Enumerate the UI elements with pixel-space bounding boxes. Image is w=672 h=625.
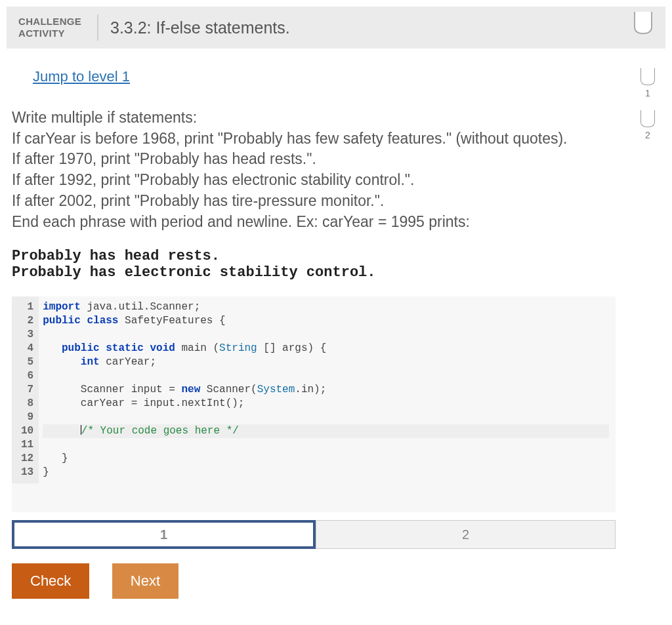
code-line[interactable]: carYear = input.nextInt(); (43, 397, 609, 411)
challenge-label: CHALLENGE ACTIVITY (18, 16, 97, 39)
next-button[interactable]: Next (112, 563, 178, 599)
pager-step[interactable]: 2 (316, 520, 616, 549)
sample-output: Probably has head rests. Probably has el… (12, 248, 616, 281)
activity-title: 3.3.2: If-else statements. (110, 18, 290, 37)
step-pager: 12 (12, 520, 616, 549)
challenge-header: CHALLENGE ACTIVITY 3.3.2: If-else statem… (7, 7, 665, 49)
line-number: 3 (21, 328, 33, 342)
code-line[interactable]: } (43, 452, 609, 466)
progress-shield[interactable]: 2 (635, 110, 660, 140)
progress-shield-number: 1 (635, 88, 660, 98)
line-number: 13 (21, 466, 33, 479)
check-button[interactable]: Check (12, 563, 89, 599)
code-line[interactable]: /* Your code goes here */ (43, 424, 609, 438)
challenge-label-line1: CHALLENGE (18, 16, 81, 27)
code-line[interactable]: int carYear; (43, 355, 609, 369)
line-number: 5 (21, 355, 33, 369)
code-line[interactable]: import java.util.Scanner; (43, 300, 609, 314)
code-line[interactable]: } (43, 466, 609, 479)
line-number: 10 (21, 424, 33, 438)
line-number: 2 (21, 314, 33, 328)
code-line[interactable] (43, 369, 609, 383)
code-line[interactable] (43, 328, 609, 342)
line-number: 11 (21, 438, 33, 452)
line-number-gutter: 12345678910111213 (12, 296, 39, 483)
progress-shields: 12 (635, 68, 660, 599)
vertical-separator (97, 14, 98, 41)
pocket-icon (634, 12, 652, 34)
line-number: 12 (21, 452, 33, 466)
shield-icon (640, 110, 655, 127)
line-number: 6 (21, 369, 33, 383)
code-line[interactable]: public class SafetyFeatures { (43, 314, 609, 328)
challenge-label-line2: ACTIVITY (18, 28, 65, 39)
code-area[interactable]: import java.util.Scanner;public class Sa… (39, 296, 616, 483)
line-number: 4 (21, 342, 33, 355)
code-line[interactable]: Scanner input = new Scanner(System.in); (43, 383, 609, 397)
code-editor[interactable]: 12345678910111213 import java.util.Scann… (12, 296, 616, 483)
code-line[interactable]: public static void main (String [] args)… (43, 342, 609, 355)
line-number: 1 (21, 300, 33, 314)
code-line[interactable] (43, 411, 609, 424)
pager-step-active[interactable]: 1 (12, 520, 316, 549)
shield-icon (640, 68, 655, 85)
instructions-text: Write multiple if statements:If carYear … (12, 108, 616, 232)
line-number: 7 (21, 383, 33, 397)
line-number: 9 (21, 411, 33, 424)
progress-shield[interactable]: 1 (635, 68, 660, 98)
jump-to-level-link[interactable]: Jump to level 1 (33, 68, 616, 85)
line-number: 8 (21, 397, 33, 411)
code-line[interactable] (43, 438, 609, 452)
editor-bottom-pad (12, 483, 616, 512)
progress-shield-number: 2 (635, 130, 660, 140)
